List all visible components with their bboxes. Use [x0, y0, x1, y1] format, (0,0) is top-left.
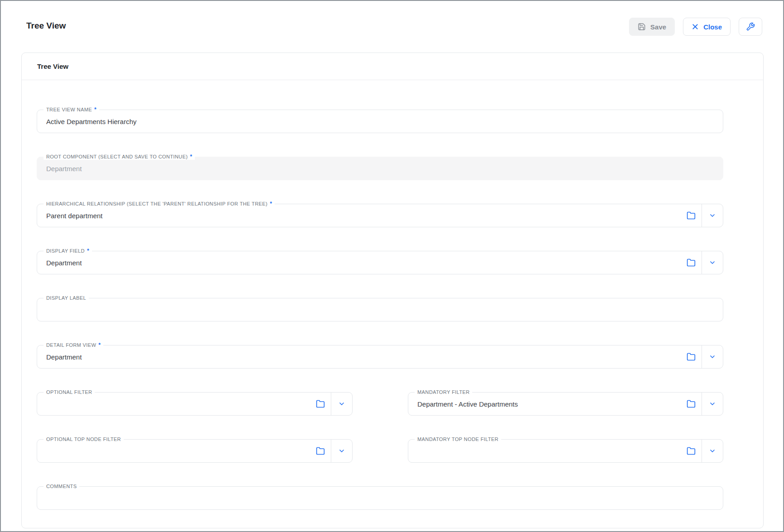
folder-icon[interactable]	[310, 440, 331, 462]
wrench-icon	[746, 22, 755, 31]
display-field-field[interactable]: DISPLAY FIELD * Department	[37, 251, 723, 274]
chevron-down-icon[interactable]	[702, 440, 723, 462]
save-button-label: Save	[650, 23, 666, 31]
save-button[interactable]: Save	[629, 18, 675, 36]
toolbar: Save Close	[629, 18, 762, 36]
root-component-value: Department	[46, 165, 82, 173]
comments-field[interactable]: COMMENTS	[37, 486, 723, 510]
tree-view-name-field[interactable]: TREE VIEW NAME *	[37, 110, 723, 133]
required-marker: *	[94, 107, 97, 113]
folder-icon[interactable]	[681, 440, 702, 462]
close-button[interactable]: Close	[683, 18, 731, 36]
folder-icon[interactable]	[310, 393, 331, 415]
chevron-down-icon[interactable]	[702, 345, 723, 368]
mandatory-filter-value: Department - Active Departments	[417, 400, 518, 408]
required-marker: *	[270, 201, 272, 207]
detail-form-view-field[interactable]: DETAIL FORM VIEW * Department	[37, 345, 723, 369]
detail-form-view-value: Department	[46, 353, 82, 361]
card-header-title: Tree View	[37, 62, 68, 70]
page-title: Tree View	[26, 21, 66, 31]
tree-view-name-label: TREE VIEW NAME *	[44, 107, 99, 113]
close-button-label: Close	[703, 23, 722, 31]
folder-icon[interactable]	[681, 251, 702, 274]
mandatory-filter-field[interactable]: MANDATORY FILTER Department - Active Dep…	[408, 392, 723, 416]
save-icon	[638, 23, 646, 31]
root-component-label: ROOT COMPONENT (SELECT AND SAVE TO CONTI…	[44, 154, 195, 160]
card-header: Tree View	[22, 53, 763, 80]
mandatory-top-node-filter-field[interactable]: MANDATORY TOP NODE FILTER	[408, 439, 723, 463]
comments-label: COMMENTS	[44, 484, 79, 489]
tree-view-name-input[interactable]	[46, 110, 714, 133]
detail-form-view-label: DETAIL FORM VIEW *	[44, 342, 103, 348]
chevron-down-icon[interactable]	[331, 393, 352, 415]
display-field-value: Department	[46, 259, 82, 267]
optional-filter-label: OPTIONAL FILTER	[44, 389, 95, 395]
tools-button[interactable]	[739, 18, 762, 36]
optional-filter-field[interactable]: OPTIONAL FILTER	[37, 392, 353, 416]
tree-view-card: Tree View TREE VIEW NAME * ROOT COMPONEN…	[21, 53, 764, 528]
chevron-down-icon[interactable]	[702, 393, 723, 415]
display-label-label: DISPLAY LABEL	[44, 295, 89, 301]
comments-input[interactable]	[46, 487, 714, 509]
required-marker: *	[190, 154, 192, 160]
optional-top-node-filter-label: OPTIONAL TOP NODE FILTER	[44, 436, 124, 442]
chevron-down-icon[interactable]	[702, 204, 723, 227]
required-marker: *	[98, 342, 101, 348]
mandatory-top-node-filter-label: MANDATORY TOP NODE FILTER	[415, 436, 501, 442]
hierarchical-relationship-value: Parent department	[46, 212, 102, 220]
required-marker: *	[87, 248, 89, 254]
optional-top-node-filter-field[interactable]: OPTIONAL TOP NODE FILTER	[37, 439, 353, 463]
chevron-down-icon[interactable]	[331, 440, 352, 462]
hierarchical-relationship-label: HIERARCHICAL RELATIONSHIP (SELECT THE 'P…	[44, 201, 275, 207]
folder-icon[interactable]	[681, 393, 702, 415]
root-component-field: ROOT COMPONENT (SELECT AND SAVE TO CONTI…	[37, 157, 723, 180]
display-field-label: DISPLAY FIELD *	[44, 248, 92, 254]
close-icon	[692, 23, 699, 30]
folder-icon[interactable]	[681, 345, 702, 368]
card-body: TREE VIEW NAME * ROOT COMPONENT (SELECT …	[22, 80, 763, 510]
display-label-input[interactable]	[46, 298, 714, 321]
mandatory-filter-label: MANDATORY FILTER	[415, 389, 472, 395]
hierarchical-relationship-field[interactable]: HIERARCHICAL RELATIONSHIP (SELECT THE 'P…	[37, 204, 723, 227]
folder-icon[interactable]	[681, 204, 702, 227]
chevron-down-icon[interactable]	[702, 251, 723, 274]
display-label-field[interactable]: DISPLAY LABEL	[37, 298, 723, 321]
